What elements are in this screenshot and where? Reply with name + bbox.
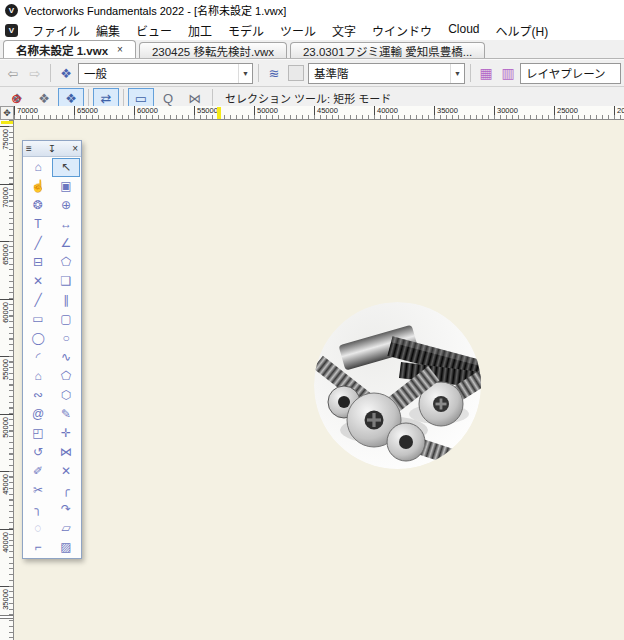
polyline-icon[interactable]: ⬠ [52,367,80,386]
angle-dimension-icon[interactable]: ∠ [52,234,80,253]
vertical-ruler: 7500070000650006000055000500004500040000… [0,120,14,640]
ruler-origin-icon[interactable]: ✥ [0,106,14,120]
palette-header[interactable]: ≡ ↧ × [23,141,81,157]
window-title: Vectorworks Fundamentals 2022 - [名称未設定 1… [24,2,286,18]
menu-item[interactable]: ヘルプ(H) [487,20,556,41]
selection-cursor-icon[interactable]: ↖ [52,158,80,177]
cut-icon[interactable]: ✕ [24,272,52,291]
text-icon[interactable]: T [24,215,52,234]
hexagon-icon[interactable]: ⬡ [52,386,80,405]
outline-lasso-icon[interactable]: ◌ [24,519,52,538]
menu-item[interactable]: ウインドウ [364,20,440,41]
menu-item[interactable]: ビュー [128,20,180,41]
polygon2-icon[interactable]: ⌂ [24,367,52,386]
arc-icon[interactable]: ◜ [24,348,52,367]
rotate-icon[interactable]: ↺ [24,443,52,462]
palette-pin-icon[interactable]: ↧ [48,142,56,156]
plane-dropdown[interactable]: レイヤプレーン [520,63,621,84]
ruler-page-break [0,615,13,619]
menu-item[interactable]: 編集 [88,20,128,41]
separator [123,89,124,107]
menu-item[interactable]: Cloud [440,20,487,41]
double-line-icon[interactable]: ∥ [52,291,80,310]
ellipse-icon[interactable]: ○ [52,329,80,348]
title-bar: V Vectorworks Fundamentals 2022 - [名称未設定… [0,0,624,20]
view-pane2-icon[interactable]: ▥ [498,63,518,83]
layer-dropdown[interactable]: 基準階 ▼ [308,63,465,84]
mode-status-text: セレクション ツール: 矩形 モード [225,90,391,106]
trim-icon[interactable]: ✕ [52,462,80,481]
horizontal-ruler-ticks [14,115,624,119]
edit-polygon-icon[interactable]: ✛ [52,424,80,443]
palette-tool-grid: ⌂↖☝▣❂⊕T↔╱∠⊟⬠✕❑╱∥▭▢◯○◜∿⌂⬠∾⬡@✎◰✛↺⋈✐✕✂╭╮↷◌▱… [23,157,81,558]
class-dropdown[interactable]: 一般 ▼ [78,63,253,84]
layer-options-button[interactable] [288,65,304,81]
freehand-icon[interactable]: ∿ [52,348,80,367]
forward-icon[interactable]: ⇨ [25,63,45,83]
screws-image[interactable] [314,302,481,469]
palette-menu-icon[interactable]: ≡ [26,142,32,156]
hatch-stamp-icon[interactable]: ▨ [52,538,80,557]
rectangle-icon[interactable]: ▭ [24,310,52,329]
dimension-icon[interactable]: ↔ [52,215,80,234]
spiral-icon[interactable]: @ [24,405,52,424]
basic-tool-palette: ≡ ↧ × ⌂↖☝▣❂⊕T↔╱∠⊟⬠✕❑╱∥▭▢◯○◜∿⌂⬠∾⬡@✎◰✛↺⋈✐✕… [22,140,82,559]
tab-label: 230425 移転先検討.vwx [152,43,274,59]
horizontal-ruler: 7000065000600005500050000450004000035000… [14,106,624,120]
knife-icon[interactable]: ✐ [24,462,52,481]
separator [212,89,213,107]
tab-close-icon[interactable]: × [117,44,123,55]
palette-close-icon[interactable]: × [72,142,78,156]
tab-strip: 名称未設定 1.vwx × 230425 移転先検討.vwx 23.0301フジ… [3,40,488,58]
menu-items: ファイル編集ビュー加工モデルツール文字ウインドウCloudヘルプ(H) [24,20,556,41]
app-icon: V [5,24,18,37]
circle-icon[interactable]: ◯ [24,329,52,348]
menu-item[interactable]: 文字 [324,20,364,41]
camera-icon[interactable]: ▣ [52,177,80,196]
chevron-down-icon: ▼ [238,64,252,83]
vectorworks-window: V Vectorworks Fundamentals 2022 - [名称未設定… [0,0,624,640]
zoom-icon[interactable]: ⊕ [52,196,80,215]
line-icon[interactable]: ╱ [24,291,52,310]
eraser-icon[interactable]: ▱ [52,519,80,538]
view-pane-icon[interactable]: ▦ [476,63,496,83]
cube-3d-icon[interactable]: ❑ [52,272,80,291]
connector-icon[interactable]: ⌐ [24,538,52,557]
back-icon[interactable]: ⇦ [3,63,23,83]
curve-blob-icon[interactable]: ∾ [24,386,52,405]
menu-item[interactable]: 加工 [180,20,220,41]
separator [470,64,471,82]
document-tab[interactable]: 名称未設定 1.vwx × [3,40,136,58]
scissors-icon[interactable]: ✂ [24,481,52,500]
tab-label: 名称未設定 1.vwx [16,42,108,58]
menu-bar: V ファイル編集ビュー加工モデルツール文字ウインドウCloudヘルプ(H) [0,20,624,40]
corner-arc-icon[interactable]: ╮ [24,500,52,519]
vectorworks-logo-icon: V [5,4,18,17]
menu-item[interactable]: ファイル [24,20,88,41]
view-toolbar: ⇦ ⇨ ❖ 一般 ▼ ≋ 基準階 ▼ ▦ ▥ レイヤプレーン [0,59,624,87]
rounded-rectangle-icon[interactable]: ▢ [52,310,80,329]
reshape-icon[interactable]: ◰ [24,424,52,443]
saved-views-icon[interactable]: ❖ [56,63,76,83]
fillet-icon[interactable]: ╭ [52,481,80,500]
mirror-icon[interactable]: ⋈ [52,443,80,462]
layer-dropdown-value: 基準階 [314,65,349,81]
menu-item[interactable]: モデル [220,20,272,41]
separator [88,89,89,107]
callout-icon[interactable]: ⊟ [24,253,52,272]
document-tab[interactable]: 23.0301フジミ運輸 愛知県豊橋... [290,42,485,58]
flyover-icon[interactable]: ❂ [24,196,52,215]
pan-hand-icon[interactable]: ☝ [24,177,52,196]
menu-item[interactable]: ツール [272,20,324,41]
separator [258,64,259,82]
pen-icon[interactable]: ✎ [52,405,80,424]
page-marker-horizontal [217,107,221,119]
chevron-down-icon: ▼ [450,64,464,83]
layers-stack-icon[interactable]: ≋ [264,63,284,83]
diagonal-dimension-icon[interactable]: ╱ [24,234,52,253]
document-tab[interactable]: 230425 移転先検討.vwx [139,42,287,58]
document-tabs: 名称未設定 1.vwx × 230425 移転先検討.vwx 23.0301フジ… [0,40,624,59]
freeform-shape-icon[interactable]: ⬠ [52,253,80,272]
polygon-icon[interactable]: ⌂ [24,158,52,177]
offset-arc-icon[interactable]: ↷ [52,500,80,519]
